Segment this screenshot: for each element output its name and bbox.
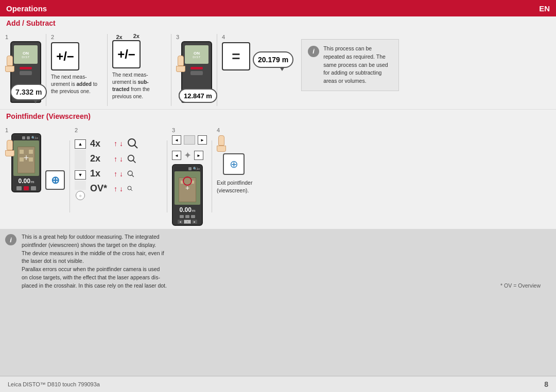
right-arrow-btn[interactable]: ► xyxy=(198,135,207,145)
pf-step-3-num: 3 xyxy=(172,127,175,133)
pf-value-3: 0.00 xyxy=(179,206,191,213)
zoom-1x-label: 1x xyxy=(90,168,110,179)
pf-icon-2 xyxy=(24,186,29,190)
step-2x: x 2x 2x +/− The next meas­urement is sub… xyxy=(112,34,166,100)
target-btn-wrap: ⊕ xyxy=(45,170,65,190)
up-arrow-icon: ▲ xyxy=(78,141,83,147)
zoom-2x-arrow-down: ↓ xyxy=(119,155,123,163)
step-1: 1 ON DIST xyxy=(5,34,41,103)
nav-sun-icon: ✦ xyxy=(186,220,188,223)
add-subtract-section: 1 ON DIST xyxy=(0,30,556,109)
pointfinder-row: 1 🔍1x xyxy=(0,123,556,229)
topbar-zoom: 🔍1x xyxy=(31,136,38,139)
small-circle-btn[interactable]: ○ xyxy=(76,191,85,200)
equals-sym: = xyxy=(232,49,240,64)
header-lang: EN xyxy=(539,4,550,13)
zoom-4x-arrow-down: ↓ xyxy=(119,139,123,148)
zoom-1x-arrow-up: ↑ xyxy=(114,170,117,178)
pf-bottom-area-3: 0.00 m ◄ xyxy=(174,205,201,224)
circle-icon: ○ xyxy=(79,194,81,198)
zoom-1x-row: 1x ↑ ↓ xyxy=(90,168,138,179)
pf4-finger-tip xyxy=(218,135,224,146)
target-button[interactable]: ⊕ xyxy=(45,170,65,190)
bottom-info-section: i This is a great help for outdoor measu… xyxy=(0,229,556,392)
svg-line-7 xyxy=(131,189,132,191)
bright-left-btn[interactable]: ◄ xyxy=(172,151,181,160)
on-text-3: ON xyxy=(194,51,200,56)
pf-bottom-area-1: 0.00 m xyxy=(13,176,39,190)
pf-crosshair-3: + xyxy=(185,184,189,192)
step-3-content: ON DIST 7.332 m 12.847 m xyxy=(176,41,212,103)
down-arrow-icon: ▼ xyxy=(78,172,83,177)
divider-2 xyxy=(107,34,108,106)
footer: Leica DISTO™ D810 touch 799093a 8 xyxy=(0,376,556,392)
add-subtract-row: 1 ON DIST xyxy=(0,30,556,109)
down-arrow-btn[interactable]: ▼ xyxy=(75,170,86,180)
svg-line-5 xyxy=(132,174,134,176)
magnifier-ov-icon xyxy=(127,186,133,191)
equals-button[interactable]: = xyxy=(222,42,250,70)
right-arrow-icon: ► xyxy=(200,138,204,142)
pointfinder-section: 1 🔍1x xyxy=(0,123,556,229)
exit-pf-button[interactable]: ⊕ xyxy=(223,153,245,175)
pf-divider-3 xyxy=(212,140,212,212)
pf-step-2-num: 2 xyxy=(75,127,78,133)
ov-footnote-container: * OV = Overview xyxy=(490,280,551,290)
zoom-levels: 4x ↑ ↓ xyxy=(90,138,138,194)
pf-step-2: 2 ▲ ▼ ○ xyxy=(75,127,162,200)
left-arrow-btn[interactable]: ◄ xyxy=(172,135,181,145)
pf-crosshair-1: + xyxy=(24,153,29,164)
step-3-number: 3 xyxy=(176,34,179,40)
pf-icon-1 xyxy=(16,186,22,190)
zoom-1x-arrow-down: ↓ xyxy=(119,170,123,178)
info-icon-1: i xyxy=(308,46,319,57)
bright-right-btn[interactable]: ► xyxy=(194,151,203,160)
topbar-icon-2 xyxy=(27,136,30,139)
pf-cam-screen-1: + xyxy=(13,140,39,176)
zoom-2x-row: 2x ↑ ↓ xyxy=(90,153,138,164)
info-box-text: This process can be repeated as required… xyxy=(323,45,392,85)
pf-finger-tip xyxy=(7,140,13,150)
up-arrow-btn[interactable]: ▲ xyxy=(75,139,86,149)
arrow-spacer xyxy=(75,150,86,169)
window-2 xyxy=(29,150,33,154)
zoom-2x-arrow-up: ↑ xyxy=(114,155,117,163)
pf-divider-2 xyxy=(167,140,167,212)
nav-right[interactable]: ► xyxy=(192,220,197,224)
result-value: 20.179 m xyxy=(258,56,288,64)
pf-step-4: 4 ⊕ Exit pointfinder (viewscreen). xyxy=(217,127,268,194)
pf-info-text-block: This is a great help for outdoor measuri… xyxy=(22,233,167,290)
bright-left-icon: ◄ xyxy=(175,153,179,158)
nav-right-icon: ► xyxy=(194,220,196,223)
topbar-icon-1 xyxy=(22,136,25,139)
arrow-spacer2 xyxy=(75,181,86,190)
footer-product-name: Leica DISTO™ D810 touch 799093a xyxy=(8,381,100,387)
step-2x-text: The next meas­urement is sub­tracted fro… xyxy=(112,72,164,100)
plus-minus-add-icon[interactable]: +/− xyxy=(51,42,79,70)
svg-point-0 xyxy=(128,139,135,146)
pf-value-3-unit: m xyxy=(192,208,196,213)
hand-pf4 xyxy=(217,135,226,152)
measurement-bubble-3b: 12.847 m xyxy=(179,88,217,103)
pf-screen-topbar-3: 🔍1x xyxy=(174,166,201,171)
pf-value: 0.00 xyxy=(18,177,30,185)
plus-minus-sub-icon[interactable]: +/− xyxy=(112,40,141,68)
pf-step-4-num: 4 xyxy=(217,127,220,133)
zoom-ov-arrow-down: ↓ xyxy=(119,185,123,193)
pf-camera-device-1: 🔍1x + xyxy=(11,133,41,192)
laser-screen-1: ON DIST xyxy=(14,45,38,64)
dist-text-3: DIST xyxy=(193,56,201,59)
add-subtract-info-box: i This process can be repeated as requir… xyxy=(301,39,399,91)
ud-arrows: ▲ ▼ ○ xyxy=(75,139,86,200)
zoom-2x-arrows: ↑ ↓ xyxy=(114,155,123,163)
pf4-finger-base xyxy=(217,146,226,152)
zoom-4x-arrows: ↑ ↓ xyxy=(114,139,123,148)
pf3-icon-1 xyxy=(180,215,184,218)
pf-value-unit: m xyxy=(31,180,34,184)
zoom-4x-arrow-up: ↑ xyxy=(114,139,117,148)
nav-left[interactable]: ◄ xyxy=(178,220,183,224)
measure-3b: 12.847 m xyxy=(184,92,212,100)
zoom-ov-arrow-up: ↑ xyxy=(114,185,117,193)
exit-pf-icon: ⊕ xyxy=(230,158,238,170)
zoom-ov-row: OV* ↑ ↓ xyxy=(90,183,138,194)
